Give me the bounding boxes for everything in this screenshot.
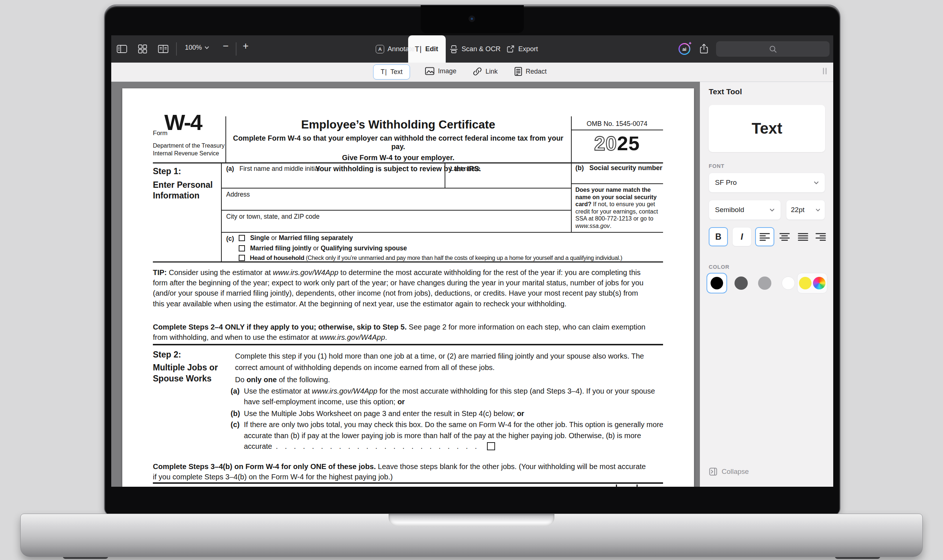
color-black-swatch[interactable] — [707, 273, 727, 294]
chevron-down-icon — [769, 208, 775, 212]
tab-label: Annotate — [388, 45, 415, 53]
field-lastname-label[interactable]: Last name — [450, 165, 480, 173]
font-weight-select[interactable]: Semibold — [709, 200, 781, 220]
field-a-label[interactable]: First name and middle initial — [239, 165, 320, 172]
checkbox-head-of-household[interactable] — [239, 255, 245, 261]
step2-do-line: Do only one of the following. — [235, 374, 330, 385]
align-center-button[interactable] — [776, 227, 794, 246]
tool-text-button[interactable]: T| Text — [373, 65, 410, 80]
panel-resize-handle[interactable] — [823, 68, 827, 74]
edit-toolstrip: T| Text Image Link Reda — [111, 63, 833, 82]
color-yellow-swatch[interactable] — [799, 277, 812, 289]
tax-year-prefix: 20 — [594, 132, 617, 154]
dept-line2: Internal Revenue Service — [153, 150, 225, 158]
font-family-select[interactable]: SF Pro — [709, 173, 825, 192]
ssn-note-end: . — [610, 223, 611, 229]
italic-button[interactable]: I — [732, 227, 752, 246]
form-subtitle2: Give Form W-4 to your employer. — [230, 154, 567, 162]
option-text: Single — [250, 234, 270, 242]
step1-label: Step 1: — [153, 166, 181, 176]
link-icon — [473, 67, 482, 76]
field-b-tag: (b) — [575, 164, 584, 172]
font-weight-value: Semibold — [715, 206, 744, 214]
webcam — [468, 15, 475, 22]
checkbox-two-jobs[interactable] — [487, 442, 495, 450]
font-section-label: FONT — [709, 163, 724, 169]
pdf-page: Form W-4 Department of the Treasury Inte… — [122, 88, 694, 487]
tool-redact-button[interactable]: Redact — [514, 67, 547, 76]
align-left-button[interactable] — [755, 227, 774, 246]
item-a-text: Use the estimator at www.irs.gov/W4App f… — [244, 386, 660, 407]
redact-icon — [514, 67, 522, 76]
share-icon — [699, 43, 709, 54]
text-style-preview[interactable]: Text — [709, 105, 825, 152]
sparkle-icon: ✦ — [688, 40, 692, 46]
font-size-value: 22pt — [791, 206, 804, 214]
field-city-label[interactable]: City or town, state, and ZIP code — [226, 213, 320, 220]
chevron-down-icon — [205, 46, 209, 49]
item-c-tag: (c) — [231, 419, 239, 430]
field-address-label[interactable]: Address — [226, 191, 250, 198]
field-c-tag: (c) — [226, 235, 234, 243]
share-button[interactable] — [699, 43, 709, 56]
thumbnails-view-icon[interactable] — [138, 44, 147, 55]
color-white-swatch[interactable] — [782, 277, 795, 290]
color-gray-swatch[interactable] — [758, 277, 771, 290]
color-section-label: COLOR — [709, 264, 729, 270]
omb-number: OMB No. 1545-0074 — [571, 120, 663, 128]
image-icon — [425, 67, 435, 75]
dot-leader: ....................... — [276, 442, 484, 450]
checkbox-married-jointly[interactable] — [239, 245, 245, 251]
zoom-level-dropdown[interactable]: 100% — [185, 44, 209, 52]
titlebar: 100% − + A Annotate T| Edit Scan & OCR — [111, 35, 833, 63]
tab-label: Scan & OCR — [462, 45, 501, 53]
ssn-note-link: www.ssa.gov — [575, 223, 610, 229]
form-number: W-4 — [164, 110, 202, 135]
bold-button[interactable]: B — [709, 227, 728, 246]
chevron-down-icon — [815, 208, 820, 212]
preview-text: Text — [752, 120, 782, 137]
tab-export[interactable]: Export — [506, 35, 538, 63]
export-arrow-icon — [506, 45, 515, 53]
color-darkgray-swatch[interactable] — [735, 277, 748, 290]
align-left-icon — [760, 233, 770, 241]
chevron-down-icon — [814, 181, 819, 185]
step2-label: Step 2: — [153, 350, 181, 360]
search-input[interactable] — [716, 41, 829, 57]
align-justify-button[interactable] — [794, 227, 812, 246]
item-a-tag: (a) — [231, 386, 239, 396]
tool-image-button[interactable]: Image — [425, 67, 456, 75]
app-window: 100% − + A Annotate T| Edit Scan & OCR — [111, 35, 833, 487]
scanner-icon — [449, 45, 458, 54]
item-b-text: Use the Multiple Jobs Worksheet on page … — [244, 408, 660, 419]
tool-label: Redact — [525, 68, 547, 75]
zoom-out-button[interactable]: − — [220, 40, 231, 52]
option-text: Married filing jointly — [250, 245, 311, 252]
facing-pages-icon[interactable] — [158, 44, 169, 55]
step2-sublabel: Multiple Jobs or Spouse Works — [153, 362, 230, 384]
font-size-select[interactable]: 22pt — [786, 200, 825, 220]
tab-annotate[interactable]: A Annotate — [376, 35, 415, 63]
tool-link-button[interactable]: Link — [473, 67, 498, 76]
tab-label: Edit — [425, 45, 438, 53]
step2-intro: Complete this step if you (1) hold more … — [235, 351, 661, 373]
tab-edit[interactable]: T| Edit — [415, 35, 438, 63]
align-right-button[interactable] — [812, 227, 829, 246]
color-wheel-button[interactable] — [813, 277, 826, 289]
toolbar-divider — [236, 42, 236, 55]
checkbox-single[interactable] — [239, 235, 245, 241]
zoom-in-button[interactable]: + — [240, 40, 251, 52]
tool-label: Image — [438, 68, 456, 75]
font-family-value: SF Pro — [715, 178, 737, 187]
sidebar-toggle-icon[interactable] — [116, 44, 128, 55]
field-b-label[interactable]: Social security number — [589, 164, 662, 172]
option-text: Head of household — [250, 254, 304, 262]
steps34-paragraph: Complete Steps 3–4(b) on Form W-4 for on… — [153, 462, 648, 482]
tab-scan-ocr[interactable]: Scan & OCR — [449, 35, 501, 63]
form-title: Employee’s Withholding Certificate — [230, 118, 567, 131]
document-area: Form W-4 Department of the Treasury Inte… — [111, 82, 700, 487]
text-tool-panel: Text Tool Text FONT SF Pro Semibold 22pt… — [700, 82, 833, 487]
laptop-lid-scoop — [388, 514, 555, 526]
collapse-panel-button[interactable]: Collapse — [709, 467, 749, 476]
tab-label: Export — [518, 45, 538, 53]
